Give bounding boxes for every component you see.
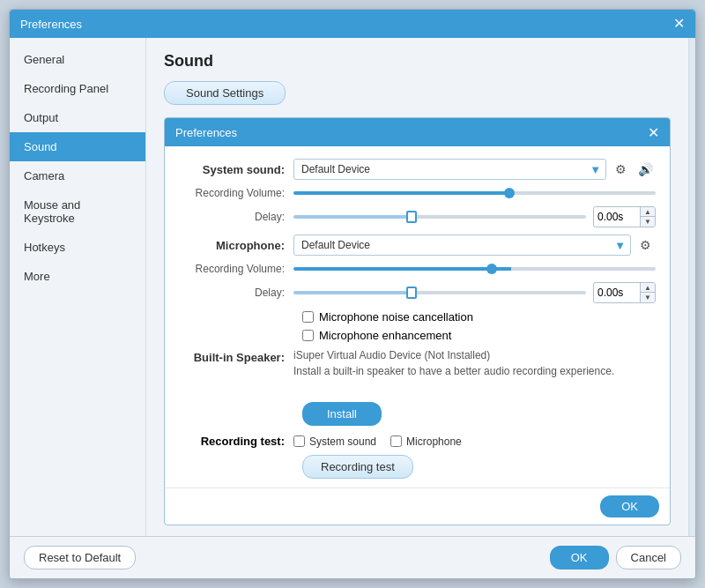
mic-delay-row: Delay: ▲ ▼ bbox=[179, 282, 656, 303]
page-title: Sound bbox=[164, 52, 671, 71]
sound-settings-button[interactable]: Sound Settings bbox=[164, 81, 286, 105]
window-title: Preferences bbox=[20, 18, 82, 31]
sidebar-item-sound[interactable]: Sound bbox=[10, 132, 145, 161]
inner-ok-button[interactable]: OK bbox=[600, 495, 659, 517]
noise-cancel-label: Microphone noise cancellation bbox=[319, 310, 473, 324]
microphone-select[interactable]: Default Device bbox=[293, 234, 631, 256]
recording-test-label: Recording test: bbox=[179, 435, 293, 448]
mic-delay-label: Delay: bbox=[179, 287, 293, 299]
noise-cancel-checkbox[interactable] bbox=[302, 311, 314, 323]
recording-test-section: Recording test: System sound Microphone bbox=[179, 435, 656, 479]
mic-delay-input[interactable] bbox=[594, 285, 640, 301]
microphone-settings-icon[interactable]: ⚙ bbox=[634, 234, 656, 256]
system-delay-down-button[interactable]: ▼ bbox=[641, 217, 655, 227]
mic-recording-volume-row: Recording Volume: bbox=[179, 263, 656, 275]
sidebar-item-output[interactable]: Output bbox=[10, 103, 145, 132]
mic-delay-input-wrapper: ▲ ▼ bbox=[593, 282, 656, 303]
cancel-button[interactable]: Cancel bbox=[616, 546, 681, 569]
sidebar-item-mouse-keystroke[interactable]: Mouse and Keystroke bbox=[10, 190, 145, 233]
builtin-speaker-info-text: Install a built-in speaker to have a bet… bbox=[293, 365, 614, 377]
inner-panel-title: Preferences bbox=[175, 126, 237, 139]
system-sound-volume-icon[interactable]: 🔊 bbox=[634, 159, 656, 180]
sidebar-item-hotkeys[interactable]: Hotkeys bbox=[10, 233, 145, 262]
system-sound-row: System sound: Default Device ▼ ⚙ 🔊 bbox=[179, 159, 656, 180]
system-sound-check-label: System sound bbox=[309, 435, 376, 448]
recording-test-button[interactable]: Recording test bbox=[302, 455, 413, 479]
system-recording-volume-label: Recording Volume: bbox=[179, 187, 293, 199]
sidebar: General Recording Panel Output Sound Cam… bbox=[10, 38, 146, 536]
system-delay-spinners: ▲ ▼ bbox=[640, 207, 655, 227]
inner-bottom-bar: OK bbox=[165, 488, 670, 525]
recording-test-checks: System sound Microphone bbox=[293, 435, 462, 448]
main-panel: Sound Sound Settings Preferences ✕ Syste… bbox=[146, 38, 688, 536]
inner-title-bar: Preferences ✕ bbox=[165, 118, 670, 146]
sidebar-item-recording-panel[interactable]: Recording Panel bbox=[10, 74, 145, 103]
builtin-speaker-row: Built-in Speaker: iSuper Virtual Audio D… bbox=[179, 349, 656, 390]
microphone-check-checkbox[interactable] bbox=[390, 435, 402, 447]
system-sound-select[interactable]: Default Device bbox=[293, 159, 606, 180]
mic-delay-slider-container bbox=[293, 291, 586, 294]
builtin-speaker-content: iSuper Virtual Audio Device (Not Install… bbox=[293, 349, 614, 381]
system-volume-slider-container bbox=[293, 191, 656, 195]
inner-preferences-panel: Preferences ✕ System sound: Default Devi… bbox=[164, 117, 671, 525]
title-bar: Preferences ✕ bbox=[10, 10, 695, 38]
inner-close-button[interactable]: ✕ bbox=[648, 124, 659, 141]
noise-cancel-row: Microphone noise cancellation bbox=[302, 310, 656, 324]
enhancement-label: Microphone enhancement bbox=[319, 329, 451, 342]
main-window: Preferences ✕ General Recording Panel Ou… bbox=[9, 9, 696, 579]
system-delay-label: Delay: bbox=[179, 211, 293, 223]
ok-button[interactable]: OK bbox=[550, 546, 609, 569]
enhancement-checkbox[interactable] bbox=[302, 330, 314, 341]
mic-delay-spinners: ▲ ▼ bbox=[640, 283, 655, 302]
system-recording-volume-row: Recording Volume: bbox=[179, 187, 656, 199]
sidebar-item-general[interactable]: General bbox=[10, 45, 145, 74]
install-button[interactable]: Install bbox=[302, 402, 382, 426]
recording-test-row: Recording test: System sound Microphone bbox=[179, 435, 656, 448]
system-sound-label: System sound: bbox=[179, 163, 293, 176]
content-area: General Recording Panel Output Sound Cam… bbox=[10, 38, 695, 536]
microphone-label: Microphone: bbox=[179, 239, 293, 252]
mic-delay-up-button[interactable]: ▲ bbox=[641, 283, 655, 293]
reset-to-default-button[interactable]: Reset to Default bbox=[24, 546, 136, 569]
system-delay-input-wrapper: ▲ ▼ bbox=[593, 206, 656, 227]
mic-recording-volume-label: Recording Volume: bbox=[179, 263, 293, 275]
window-close-button[interactable]: ✕ bbox=[673, 17, 685, 31]
system-sound-select-wrapper: Default Device ▼ bbox=[293, 159, 606, 180]
bottom-bar: Reset to Default OK Cancel bbox=[10, 536, 695, 578]
system-delay-slider[interactable] bbox=[293, 215, 586, 219]
scrollbar[interactable] bbox=[688, 38, 695, 536]
builtin-speaker-device-text: iSuper Virtual Audio Device (Not Install… bbox=[293, 349, 614, 361]
bottom-right-buttons: OK Cancel bbox=[550, 546, 681, 569]
system-delay-slider-container bbox=[293, 215, 586, 219]
system-sound-settings-icon[interactable]: ⚙ bbox=[610, 159, 631, 180]
microphone-check-item: Microphone bbox=[390, 435, 462, 448]
system-volume-slider[interactable] bbox=[293, 191, 656, 195]
system-delay-input[interactable] bbox=[594, 209, 640, 225]
system-delay-row: Delay: ▲ ▼ bbox=[179, 206, 656, 227]
mic-delay-down-button[interactable]: ▼ bbox=[641, 293, 655, 302]
enhancement-row: Microphone enhancement bbox=[302, 329, 656, 342]
microphone-select-wrapper: Default Device ▼ bbox=[293, 234, 631, 256]
microphone-row: Microphone: Default Device ▼ ⚙ bbox=[179, 234, 656, 256]
builtin-speaker-label: Built-in Speaker: bbox=[179, 349, 293, 364]
system-sound-check-item: System sound bbox=[293, 435, 376, 448]
mic-volume-slider-container bbox=[293, 267, 656, 271]
mic-volume-slider[interactable] bbox=[293, 267, 656, 271]
system-delay-up-button[interactable]: ▲ bbox=[641, 207, 655, 217]
system-sound-checkbox[interactable] bbox=[293, 435, 305, 447]
sidebar-item-camera[interactable]: Camera bbox=[10, 161, 145, 190]
sidebar-item-more[interactable]: More bbox=[10, 262, 145, 291]
mic-delay-slider[interactable] bbox=[293, 291, 586, 294]
microphone-check-label: Microphone bbox=[406, 435, 462, 448]
inner-body: System sound: Default Device ▼ ⚙ 🔊 Recor… bbox=[165, 146, 670, 488]
